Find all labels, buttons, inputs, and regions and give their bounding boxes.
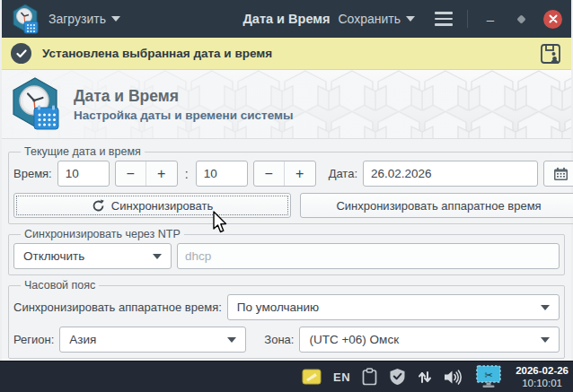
refresh-icon	[92, 199, 105, 213]
group-timezone-legend: Часовой пояс	[21, 279, 99, 292]
chevron-down-icon	[153, 254, 162, 259]
chevron-down-icon	[541, 337, 550, 343]
volume-icon[interactable]	[444, 369, 463, 386]
chevron-down-icon	[111, 16, 120, 22]
network-traffic-icon[interactable]	[418, 369, 432, 386]
group-current-datetime-legend: Текущие дата и время	[21, 145, 145, 158]
app-clock-calendar-icon	[11, 4, 40, 34]
restore-icon	[516, 14, 525, 23]
minutes-plus-button[interactable]: +	[285, 161, 315, 186]
group-timezone: Часовой пояс Синхронизировать аппаратное…	[8, 279, 565, 359]
hw-clock-value: По умолчанию	[237, 301, 532, 314]
region-select[interactable]: Азия	[59, 327, 246, 353]
load-menu-button[interactable]: Загрузить	[48, 12, 120, 26]
page-subtitle: Настройка даты и времени системы	[74, 109, 294, 122]
restore-button[interactable]	[513, 11, 529, 27]
calendar-picker-button[interactable]	[543, 161, 573, 187]
group-ntp: Синхронизировать через NTP Отключить	[8, 228, 565, 275]
chevron-down-icon	[227, 337, 236, 343]
header-clock-calendar-icon	[9, 75, 63, 133]
group-ntp-legend: Синхронизировать через NTP	[21, 228, 184, 240]
datetime-window: Загрузить Дата и Время Сохранить –	[0, 0, 573, 361]
hw-clock-label: Синхронизировать аппаратное время:	[13, 301, 222, 314]
minutes-stepper: − +	[253, 161, 316, 187]
tray-date: 2026-02-26	[516, 364, 569, 377]
page-header: Дата и Время Настройка даты и времени си…	[2, 70, 571, 139]
hours-plus-button[interactable]: +	[146, 161, 177, 186]
save-menu-button[interactable]: Сохранить	[338, 12, 415, 26]
calendar-icon	[553, 167, 569, 181]
chevron-down-icon	[541, 305, 550, 310]
ntp-server-input[interactable]	[177, 243, 560, 269]
minutes-minus-button[interactable]: −	[254, 161, 285, 186]
save-menu-label: Сохранить	[338, 12, 401, 26]
close-button[interactable]	[543, 10, 562, 29]
status-infobar: Установлена выбранная дата и время	[2, 38, 571, 70]
close-icon	[549, 14, 558, 23]
screenshot-monitor-icon[interactable]: ✂	[475, 365, 502, 388]
time-label: Время:	[13, 167, 52, 180]
synchronize-button[interactable]: Синхронизировать	[13, 193, 291, 218]
synchronize-hardware-button[interactable]: Синхронизировать аппаратное время	[300, 193, 573, 218]
ntp-mode-select[interactable]: Отключить	[13, 243, 172, 269]
svg-text:✂: ✂	[485, 370, 493, 380]
region-label: Регион:	[13, 333, 54, 346]
minutes-input[interactable]	[196, 161, 248, 187]
region-value: Азия	[69, 333, 218, 346]
shield-check-icon[interactable]	[389, 368, 406, 386]
titlebar: Загрузить Дата и Время Сохранить –	[2, 0, 571, 38]
synchronize-button-label: Синхронизировать	[111, 199, 213, 213]
save-report-icon[interactable]	[539, 42, 562, 65]
ntp-mode-value: Отключить	[23, 249, 144, 263]
minimize-button[interactable]: –	[482, 11, 498, 27]
hw-clock-select[interactable]: По умолчанию	[227, 294, 560, 320]
hamburger-menu-button[interactable]	[435, 12, 453, 26]
clock-tray[interactable]: 2026-02-26 10:10:01	[516, 364, 569, 390]
clipboard-icon[interactable]	[362, 368, 377, 386]
load-menu-label: Загрузить	[48, 12, 106, 26]
group-current-datetime: Текущие дата и время Время: − + : − + Да…	[8, 145, 573, 224]
hours-input[interactable]	[57, 161, 110, 187]
chevron-down-icon	[406, 16, 415, 22]
taskbar: EN ✂ 2026-02-26 10:10:01	[0, 361, 573, 392]
page-title: Дата и Время	[74, 87, 294, 106]
hours-minus-button[interactable]: −	[116, 161, 146, 186]
zone-value: (UTC +06) Омск	[309, 333, 532, 346]
status-message: Установлена выбранная дата и время	[42, 47, 272, 60]
zone-label: Зона:	[264, 333, 294, 346]
hours-stepper: − +	[115, 161, 178, 187]
date-label: Дата:	[329, 167, 357, 180]
form-content: Текущие дата и время Время: − + : − + Да…	[2, 139, 571, 362]
keyboard-layout-indicator[interactable]: EN	[333, 370, 350, 384]
titlebar-separator	[467, 10, 468, 28]
synchronize-hardware-button-label: Синхронизировать аппаратное время	[336, 199, 541, 213]
zone-select[interactable]: (UTC +06) Омск	[299, 327, 560, 353]
date-input[interactable]	[363, 161, 538, 187]
tray-notes-icon[interactable]	[302, 368, 322, 386]
desktop-screen: Загрузить Дата и Время Сохранить –	[0, 0, 573, 392]
success-check-icon	[11, 43, 31, 64]
time-colon: :	[183, 167, 190, 181]
tray-time: 10:10:01	[516, 377, 569, 389]
